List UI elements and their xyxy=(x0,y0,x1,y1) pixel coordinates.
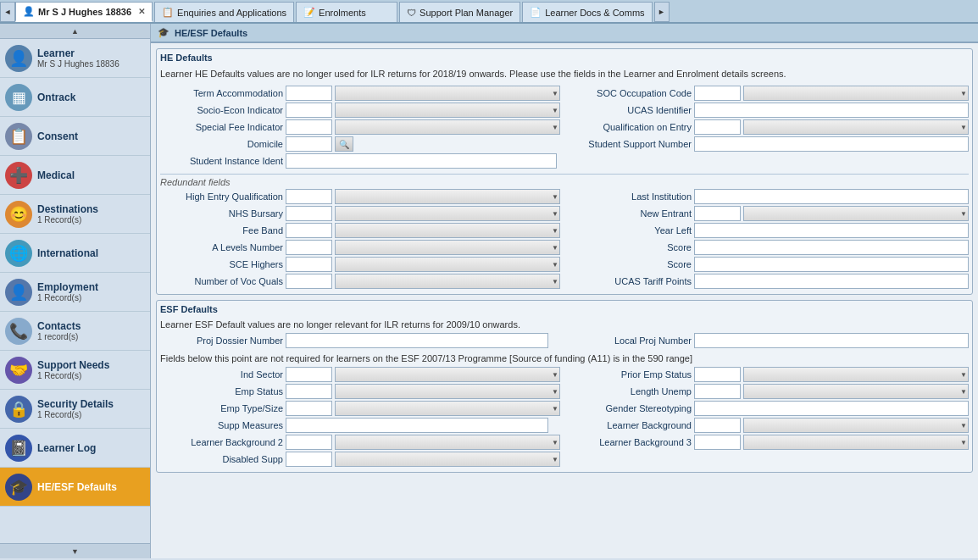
gender-stereo-input[interactable] xyxy=(694,401,969,416)
nhs-bursary-select[interactable] xyxy=(335,206,560,221)
sidebar-sub-learner: Mr S J Hughes 18836 xyxy=(37,59,119,69)
num-voc-quals-input[interactable] xyxy=(286,274,332,289)
tab-learner[interactable]: 👤 Mr S J Hughes 18836 ✕ xyxy=(15,2,153,22)
supp-measures-input[interactable] xyxy=(286,418,548,433)
learner-bg2-input[interactable] xyxy=(286,435,332,450)
learner-bg3-input[interactable] xyxy=(694,435,741,450)
domicile-row: Domicile 🔍 xyxy=(160,136,560,152)
score1-input[interactable] xyxy=(694,240,969,255)
sidebar-item-security[interactable]: 🔒 Security Details 1 Record(s) xyxy=(0,390,150,429)
emp-type-input[interactable] xyxy=(286,401,332,416)
ucas-tariff-input[interactable] xyxy=(694,274,969,289)
new-entrant-select[interactable] xyxy=(743,206,969,221)
disabled-supp-select[interactable] xyxy=(335,452,560,467)
learner-bg-select[interactable] xyxy=(743,418,969,433)
ind-sector-row: Ind Sector xyxy=(160,367,560,382)
sce-highers-select[interactable] xyxy=(335,257,560,272)
tab-enquiries[interactable]: 📋 Enquiries and Applications xyxy=(154,2,294,22)
content-area: 🎓 HE/ESF Defaults HE Defaults Learner HE… xyxy=(151,24,978,558)
term-accommodation-select[interactable] xyxy=(335,86,560,101)
tab-nav-right[interactable]: ► xyxy=(654,2,670,22)
tab-label-support: Support Plan Manager xyxy=(420,8,513,18)
emp-status-select[interactable] xyxy=(335,384,560,399)
high-entry-qual-input[interactable] xyxy=(286,189,332,204)
sidebar-label-ontrack: Ontrack xyxy=(37,91,75,103)
tab-label: Mr S J Hughes 18836 xyxy=(38,7,131,17)
sidebar-item-learner[interactable]: 👤 Learner Mr S J Hughes 18836 xyxy=(0,39,150,78)
fee-band-select[interactable] xyxy=(335,223,560,238)
learner-bg2-select[interactable] xyxy=(335,435,560,450)
learner-bg3-select[interactable] xyxy=(743,435,969,450)
high-entry-qual-select[interactable] xyxy=(335,189,560,204)
esf-defaults-title: ESF Defaults xyxy=(160,304,969,316)
sidebar-item-learner-log[interactable]: 📓 Learner Log xyxy=(0,429,150,468)
learner-bg-row: Learner Background xyxy=(569,418,969,433)
sidebar-scroll-up[interactable]: ▲ xyxy=(0,24,150,39)
local-proj-input[interactable] xyxy=(694,333,969,348)
last-institution-input[interactable] xyxy=(694,189,969,204)
domicile-search-button[interactable]: 🔍 xyxy=(335,136,353,152)
local-proj-row: Local Proj Number xyxy=(569,333,969,348)
new-entrant-label: New Entrant xyxy=(569,208,692,219)
sidebar-item-consent[interactable]: 📋 Consent xyxy=(0,117,150,156)
sidebar-item-contacts[interactable]: 📞 Contacts 1 record(s) xyxy=(0,312,150,351)
new-entrant-input[interactable] xyxy=(694,206,741,221)
sidebar-item-destinations[interactable]: 😊 Destinations 1 Record(s) xyxy=(0,195,150,234)
student-support-input[interactable] xyxy=(694,136,969,152)
special-fee-input[interactable] xyxy=(286,119,332,135)
gender-stereo-row: Gender Stereotyping xyxy=(569,401,969,416)
learner-bg-input[interactable] xyxy=(694,418,741,433)
socio-econ-select-wrapper xyxy=(335,103,560,118)
length-unemp-select[interactable] xyxy=(743,384,969,399)
sidebar-item-medical[interactable]: ➕ Medical xyxy=(0,156,150,195)
domicile-input[interactable] xyxy=(286,136,332,152)
prior-emp-input[interactable] xyxy=(694,367,741,382)
emp-status-input[interactable] xyxy=(286,384,332,399)
sidebar-sub-employment: 1 Record(s) xyxy=(37,293,98,302)
tab-support[interactable]: 🛡 Support Plan Manager xyxy=(399,2,520,22)
term-accommodation-input[interactable] xyxy=(286,86,332,101)
emp-type-label: Emp Type/Size xyxy=(160,403,283,413)
sidebar-item-he-esf[interactable]: 🎓 HE/ESF Defaults xyxy=(0,468,150,507)
year-left-input[interactable] xyxy=(694,223,969,238)
length-unemp-input[interactable] xyxy=(694,384,741,399)
a-levels-input[interactable] xyxy=(286,240,332,255)
soc-occupation-select[interactable] xyxy=(743,86,969,101)
sidebar-scroll-down[interactable]: ▼ xyxy=(0,543,150,558)
emp-status-label: Emp Status xyxy=(160,386,283,396)
nhs-bursary-input[interactable] xyxy=(286,206,332,221)
ind-sector-input[interactable] xyxy=(286,367,332,382)
prior-emp-select[interactable] xyxy=(743,367,969,382)
sidebar-item-ontrack[interactable]: ▦ Ontrack xyxy=(0,78,150,117)
tab-nav-left[interactable]: ◄ xyxy=(0,2,15,22)
socio-econ-input[interactable] xyxy=(286,103,332,118)
tab-enrolments[interactable]: 📝 Enrolments xyxy=(296,2,397,22)
a-levels-select[interactable] xyxy=(335,240,560,255)
sidebar-label-employment: Employment xyxy=(37,281,98,293)
sce-highers-input[interactable] xyxy=(286,257,332,272)
he-right-column: SOC Occupation Code UCAS Identifier xyxy=(569,86,969,170)
tab-docs[interactable]: 📄 Learner Docs & Comms xyxy=(522,2,652,22)
tab-close-learner[interactable]: ✕ xyxy=(138,7,145,16)
ucas-id-row: UCAS Identifier xyxy=(569,103,969,118)
disabled-supp-label: Disabled Supp xyxy=(160,454,283,464)
proj-dossier-input[interactable] xyxy=(286,333,548,348)
ind-sector-select[interactable] xyxy=(335,367,560,382)
soc-occupation-input[interactable] xyxy=(694,86,741,101)
sidebar: ▲ 👤 Learner Mr S J Hughes 18836 ▦ Ontrac… xyxy=(0,24,151,558)
sidebar-item-international[interactable]: 🌐 International xyxy=(0,234,150,273)
score2-input[interactable] xyxy=(694,257,969,272)
qualification-entry-input[interactable] xyxy=(694,119,741,135)
a-levels-label: A Levels Number xyxy=(160,242,283,252)
student-instance-input[interactable] xyxy=(286,153,557,169)
emp-type-select[interactable] xyxy=(335,401,560,416)
special-fee-select[interactable] xyxy=(335,119,560,135)
fee-band-input[interactable] xyxy=(286,223,332,238)
ucas-id-input[interactable] xyxy=(694,103,969,118)
socio-econ-select[interactable] xyxy=(335,103,560,118)
sidebar-item-employment[interactable]: 👤 Employment 1 Record(s) xyxy=(0,273,150,312)
qualification-entry-select[interactable] xyxy=(743,119,969,135)
num-voc-quals-select[interactable] xyxy=(335,274,560,289)
disabled-supp-input[interactable] xyxy=(286,452,332,467)
sidebar-item-support-needs[interactable]: 🤝 Support Needs 1 Record(s) xyxy=(0,351,150,390)
